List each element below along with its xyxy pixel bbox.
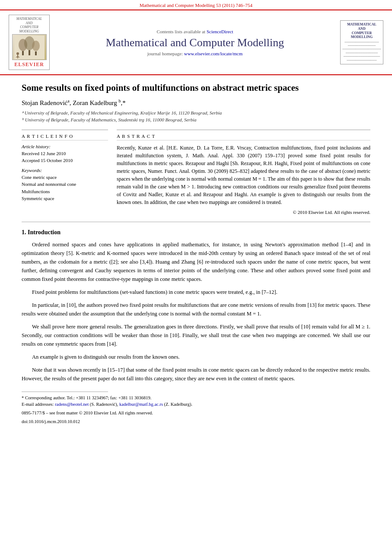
email-label: E-mail addresses: [22,402,54,407]
introduction-section: 1. Introduction Ordered normed spaces an… [22,229,370,383]
paper-title: Some results on fixed points of multifun… [22,82,370,94]
received-date: Received 12 June 2010 [22,150,108,157]
keywords-label: Keywords: [22,168,108,173]
affiliation-b: ᵇ University of Belgrade, Faculty of Mat… [22,116,370,124]
journal-center-info: Contents lists available at ScienceDirec… [50,29,340,56]
section-number: 1. [22,229,26,236]
keyword-1: Cone metric space [22,174,108,181]
svg-rect-6 [35,51,37,55]
keywords-section: Keywords: Cone metric space Normal and n… [22,168,108,202]
svg-point-3 [32,41,40,51]
section-divider [22,222,370,222]
intro-para-3-text: In particular, in [10], the authors prov… [22,302,370,317]
intro-paragraph-6: Note that it was shown recently in [15–1… [22,366,370,383]
article-info-panel: A R T I C L E I N F O Article history: R… [22,130,108,215]
homepage-label: journal homepage: [147,51,183,56]
email-1-name: (S. Radenović), [90,402,118,407]
journal-logo-title: MATHEMATICALANDCOMPUTERMODELLING [342,22,381,39]
affil-sup-a: a [67,99,69,103]
footnotes: * Corresponding author. Tel.: +381 11 32… [22,395,370,425]
copyright-line: © 2010 Elsevier Ltd. All rights reserved… [117,210,370,215]
email-2-name: (Z. Kadelburg). [164,402,192,407]
intro-paragraph-4: We shall prove here more general results… [22,322,370,348]
abstract-text: Recently, Kunze et al. [H.E. Kunze, D. L… [117,144,370,206]
article-info-abstract-columns: A R T I C L E I N F O Article history: R… [22,130,370,215]
intro-para-5-text: An example is given to distinguish our r… [32,354,180,360]
elsevier-brand-text: ELSEVIER [11,61,48,68]
keyword-4: Symmetric space [22,195,108,202]
contents-available-line: Contents lists available at ScienceDirec… [58,29,331,34]
intro-para-1-text: Ordered normed spaces and cones have app… [22,242,370,282]
history-label: Article history: [22,144,108,149]
authors-line: Stojan Radenovića, Zoran Kadelburg b,* [22,99,370,107]
affiliations: ᵃ University of Belgrade, Faculty of Mec… [22,109,370,124]
keyword-3: Multifunctions [22,188,108,195]
journal-logo-lines: ──────────────── ───────────── ─────────… [342,41,381,62]
journal-reference-text: Mathematical and Computer Modelling 53 (… [140,3,252,8]
affil-sup-b: b [119,99,121,103]
email-1-link[interactable]: radens@beotel.net [55,402,89,407]
abstract-panel: A B S T R A C T Recently, Kunze et al. [… [117,130,370,215]
footnote-divider [22,392,108,392]
journal-logo-right: MATHEMATICALANDCOMPUTERMODELLING ───────… [340,20,383,64]
section-heading: 1. Introduction [22,229,370,236]
journal-homepage-line: journal homepage: www.elsevier.com/locat… [58,51,331,56]
svg-rect-4 [22,51,24,55]
elsevier-logo: MATHEMATICAL AND COMPUTER MODELLING [9,15,50,70]
intro-para-4-text: We shall prove here more general results… [22,324,370,347]
article-history-section: Article history: Received 12 June 2010 A… [22,144,108,164]
affiliation-a: ᵃ University of Belgrade, Faculty of Mec… [22,109,370,117]
main-content: Some results on fixed points of multifun… [0,75,392,433]
intro-paragraph-2: Fixed point problems for multifunctions … [22,288,370,296]
intro-para-2-text: Fixed point problems for multifunctions … [32,289,277,295]
journal-reference-bar: Mathematical and Computer Modelling 53 (… [0,0,392,10]
svg-point-7 [16,52,19,55]
logo-top-text: MATHEMATICAL AND COMPUTER MODELLING [11,17,48,33]
issn-line: 0895-7177/$ – see front matter © 2010 El… [22,410,370,417]
doi-line: doi:10.1016/j.mcm.2010.10.012 [22,418,370,425]
section-title-text: Introduction [28,229,61,236]
email-line: E-mail addresses: radens@beotel.net (S. … [22,401,370,408]
contents-text: Contents lists available at [156,29,205,34]
journal-title: Mathematical and Computer Modelling [58,36,331,49]
intro-para-6-text: Note that it was shown recently in [15–1… [22,367,370,382]
homepage-url[interactable]: www.elsevier.com/locate/mcm [184,51,243,56]
intro-paragraph-1: Ordered normed spaces and cones have app… [22,240,370,283]
svg-rect-5 [29,50,30,55]
article-info-title: A R T I C L E I N F O [22,134,108,140]
sciencedirect-link[interactable]: ScienceDirect [207,29,233,34]
abstract-title: A B S T R A C T [117,134,370,140]
accepted-date: Accepted 15 October 2010 [22,157,108,164]
corresponding-author-note: * Corresponding author. Tel.: +381 11 32… [22,395,370,401]
intro-paragraph-3: In particular, in [10], the authors prov… [22,301,370,318]
email-2-link[interactable]: kadelbur@matf.bg.ac.rs [119,402,163,407]
journal-header: MATHEMATICAL AND COMPUTER MODELLING [0,10,392,75]
keyword-2: Normal and nonnormal cone [22,181,108,188]
elsevier-tree-image [12,34,47,60]
intro-paragraph-5: An example is given to distinguish our r… [22,353,370,361]
